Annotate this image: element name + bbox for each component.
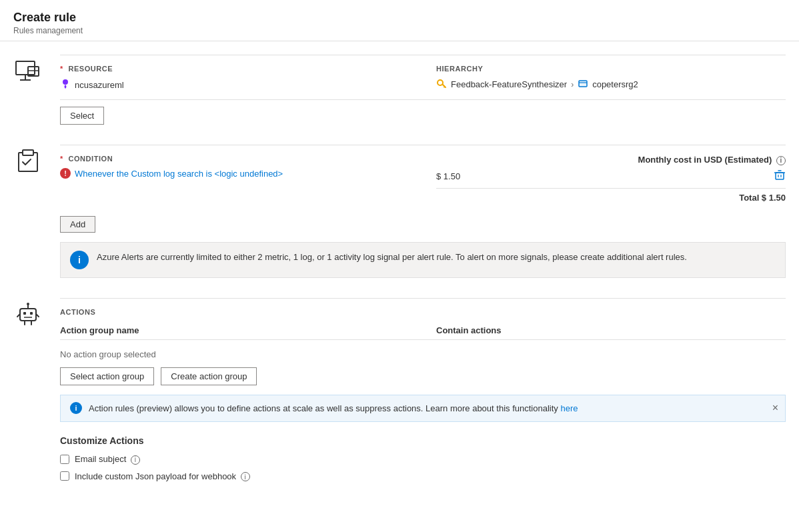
actions-col-header: ACTIONS [60,308,786,316]
actions-table-header: Action group name Contain actions [60,321,786,340]
svg-rect-13 [776,173,784,179]
page-subtitle: Rules management [13,26,786,35]
main-content: * RESOURCE ncusazureml [0,41,799,521]
select-resource-button[interactable]: Select [60,107,104,125]
condition-left: * CONDITION ! Whenever the Custom log se… [60,155,410,209]
resource-content: * RESOURCE ncusazureml [60,65,786,91]
condition-grid: * CONDITION ! Whenever the Custom log se… [60,155,786,209]
cost-label: Monthly cost in USD (Estimated) i [436,155,786,165]
svg-rect-12 [23,150,33,155]
webhook-label[interactable]: Include custom Json payload for webhook … [75,471,250,482]
condition-col-header: * CONDITION [60,155,410,163]
close-info-banner-button[interactable]: × [772,402,778,414]
required-star-cond: * [60,155,63,163]
no-action-text: No action group selected [60,344,786,367]
add-condition-button[interactable]: Add [60,216,95,233]
hierarchy-key-icon [436,78,447,91]
key-icon [436,78,447,89]
hierarchy-container-icon [578,78,588,91]
container-icon [578,78,588,89]
actions-section-icon-area [13,298,60,329]
create-action-group-button[interactable]: Create action group [161,367,257,385]
condition-section: * CONDITION ! Whenever the Custom log se… [13,145,786,278]
svg-rect-9 [579,81,587,87]
resource-section-body: * RESOURCE ncusazureml [60,55,786,125]
condition-section-body: * CONDITION ! Whenever the Custom log se… [60,145,786,278]
action-buttons: Select action group Create action group [60,367,786,385]
svg-point-5 [63,79,68,85]
select-action-group-button[interactable]: Select action group [60,367,154,385]
svg-rect-18 [20,309,36,321]
condition-icon [13,146,43,175]
total-row: Total $ 1.50 [436,189,786,209]
webhook-row: Include custom Json payload for webhook … [60,471,786,482]
email-subject-info-icon[interactable]: i [131,455,140,465]
action-info-text: Action rules (preview) allows you to def… [89,402,578,415]
webhook-checkbox[interactable] [60,471,69,481]
resource-col-header: * RESOURCE [60,65,410,73]
condition-error-icon: ! [60,168,71,179]
condition-info-banner: i Azure Alerts are currently limited to … [60,242,786,278]
resource-section: * RESOURCE ncusazureml [13,55,786,125]
svg-rect-0 [16,61,35,75]
condition-right: Monthly cost in USD (Estimated) i $ 1.50 [436,155,786,209]
resource-icon-emoji [60,78,71,91]
svg-rect-19 [23,312,26,315]
svg-point-23 [27,303,29,305]
email-subject-checkbox[interactable] [60,455,69,464]
customize-title: Customize Actions [60,435,786,446]
actions-col1: Action group name [60,325,410,335]
resource-left: * RESOURCE ncusazureml [60,65,410,91]
cost-row: $ 1.50 [436,165,786,189]
delete-condition-icon[interactable] [774,169,786,184]
resource-right: HIERARCHY Feedback-FeatureSynthesizer › [436,65,786,91]
action-info-banner: i Action rules (preview) allows you to d… [60,395,786,423]
condition-link[interactable]: ! Whenever the Custom log search is <log… [60,168,410,179]
action-info-icon: i [70,402,82,414]
cost-info-icon[interactable]: i [776,156,786,165]
page-header: Create rule Rules management [0,0,799,41]
actions-col2: Contain actions [436,325,786,335]
required-star: * [60,65,63,73]
resource-value: ncusazureml [60,78,410,91]
hierarchy-chevron: › [571,80,574,89]
resource-section-icon-area [13,55,60,85]
customize-actions-area: Customize Actions Email subject i Includ… [60,435,786,481]
condition-info-circle-icon: i [70,251,89,269]
hierarchy-col-header: HIERARCHY [436,65,786,73]
email-subject-row: Email subject i [60,454,786,465]
email-subject-label[interactable]: Email subject i [75,454,140,465]
page-title: Create rule [13,11,786,25]
svg-rect-20 [30,312,33,315]
actions-section-body: ACTIONS Action group name Contain action… [60,298,786,489]
hierarchy-item1: Feedback-FeatureSynthesizer [451,79,567,89]
hierarchy-item2: copetersrg2 [592,79,638,89]
webhook-info-icon[interactable]: i [241,472,250,481]
condition-info-banner-text: Azure Alerts are currently limited to ei… [97,251,687,264]
resource-divider [60,99,786,100]
condition-section-icon-area [13,145,60,175]
actions-section: ACTIONS Action group name Contain action… [13,298,786,489]
cost-value: $ 1.50 [436,171,460,181]
actions-icon [13,299,43,329]
condition-text[interactable]: Whenever the Custom log search is <logic… [75,169,283,179]
hierarchy-value: Feedback-FeatureSynthesizer › copetersrg… [436,78,786,91]
resource-icon [13,56,43,85]
resource-name: ncusazureml [75,80,124,90]
resource-pin-icon [60,78,71,89]
action-info-link[interactable]: here [560,403,578,413]
